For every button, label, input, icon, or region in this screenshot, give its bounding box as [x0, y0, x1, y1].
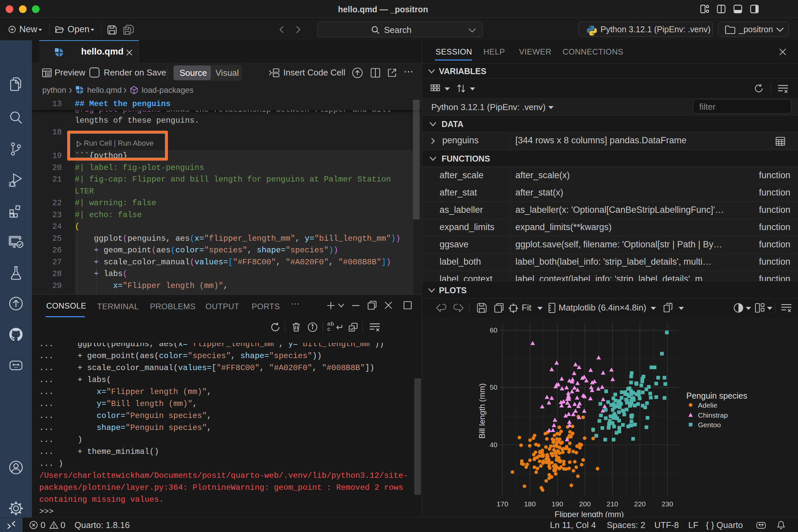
svg-text:Flipper length (mm): Flipper length (mm) [555, 510, 624, 517]
svg-text:Gentoo: Gentoo [698, 421, 721, 429]
svg-text:170: 170 [496, 500, 508, 508]
svg-text:Chinstrap: Chinstrap [698, 411, 728, 419]
svg-text:190: 190 [552, 500, 563, 508]
svg-text:60: 60 [490, 326, 497, 334]
svg-text:50: 50 [490, 383, 497, 391]
svg-text:200: 200 [579, 500, 591, 508]
svg-text:Adelie: Adelie [698, 401, 717, 409]
svg-text:210: 210 [607, 500, 618, 508]
svg-text:40: 40 [490, 441, 497, 449]
svg-text:220: 220 [634, 500, 646, 508]
svg-text:Penguin species: Penguin species [686, 391, 747, 400]
svg-text:180: 180 [524, 500, 536, 508]
svg-text:230: 230 [662, 500, 673, 508]
svg-text:Bill length (mm): Bill length (mm) [477, 383, 487, 439]
